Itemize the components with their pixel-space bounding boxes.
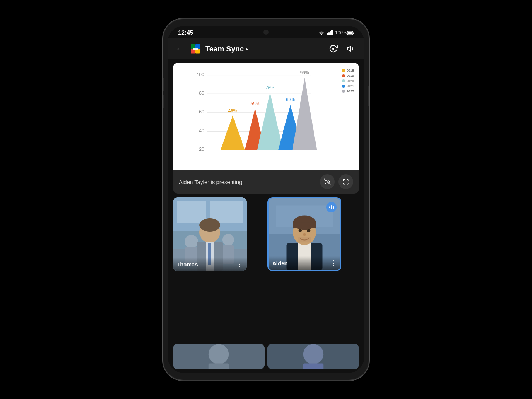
phone-frame: 12:45 [163,18,369,381]
bar-2018 [221,116,245,150]
bar-2020 [257,93,283,150]
svg-rect-6 [353,32,354,34]
participant-name-aiden: Aiden [272,260,288,266]
svg-rect-2 [330,31,331,35]
participant-name-thomas: Thomas [177,261,198,267]
svg-rect-3 [331,30,332,35]
speaking-indicator [326,202,337,212]
bar-chart-svg: 100 80 60 40 20 [178,69,354,166]
volume-up-button[interactable] [163,78,164,91]
presenting-actions [320,174,353,189]
svg-text:40: 40 [199,128,204,133]
svg-point-13 [332,48,334,50]
bottom-tiles-partial [173,344,359,369]
svg-point-38 [222,234,234,246]
svg-point-41 [200,218,220,232]
fullscreen-button[interactable] [338,174,353,189]
speaking-bar-1 [329,206,330,208]
volume-down-button[interactable] [163,95,164,108]
speaking-bar-2 [331,205,332,209]
content-area: 2018 2019 2020 [168,59,364,373]
cursor-off-button[interactable] [320,174,335,189]
bar-2022 [293,78,317,150]
legend-2020: 2020 [342,79,354,83]
battery-indicator: 100% [335,30,354,35]
svg-rect-56 [298,237,311,243]
svg-text:100: 100 [197,72,204,77]
presenting-text: Aiden Tayler is presenting [179,179,242,185]
svg-point-36 [185,235,198,248]
speaking-bar-3 [333,206,334,209]
participant-tile-thomas: Thomas ⋮ [173,197,247,271]
nav-actions [327,42,358,55]
meeting-title: Team Sync [205,45,244,53]
legend-dot-2019 [342,74,345,77]
top-nav-bar: ← Team Sync ▸ [168,38,364,59]
back-button[interactable]: ← [174,42,185,55]
legend-2019: 2019 [342,74,354,78]
legend-dot-2018 [342,69,345,72]
svg-text:60%: 60% [286,97,295,102]
svg-text:46%: 46% [228,108,237,113]
svg-text:55%: 55% [250,101,259,106]
meet-logo [189,42,202,55]
legend-2022: 2022 [342,89,354,93]
svg-text:96%: 96% [300,70,309,75]
svg-rect-5 [348,32,352,34]
svg-point-61 [303,344,324,365]
svg-text:76%: 76% [266,85,274,91]
svg-point-58 [209,344,229,365]
svg-point-53 [299,229,302,232]
partial-tile-left [173,344,265,369]
legend-2021: 2021 [342,84,354,88]
svg-rect-59 [209,364,229,369]
legend-2018: 2018 [342,69,354,72]
presentation-card: 2018 2019 2020 [173,63,359,194]
legend-dot-2020 [342,79,345,82]
refresh-camera-button[interactable] [327,42,340,55]
svg-point-54 [307,229,311,232]
svg-rect-52 [293,223,316,228]
status-time: 12:45 [178,30,193,36]
wifi-icon [318,30,325,36]
status-icons: 100% [318,30,354,36]
title-chevron-icon[interactable]: ▸ [246,46,248,52]
partial-tile-right [267,344,359,369]
svg-rect-62 [303,364,324,369]
meeting-title-wrap: Team Sync ▸ [205,45,323,53]
presenting-bar: Aiden Tayler is presenting [173,170,359,194]
participant-tile-aiden: Aiden ⋮ [267,197,341,271]
camera-notch [263,30,269,35]
svg-marker-14 [347,46,351,51]
svg-point-55 [303,233,306,236]
phone-screen: 12:45 [168,26,364,373]
phone-device: 12:45 [163,18,369,381]
speaking-bars [329,205,334,209]
participants-grid: Thomas ⋮ [173,197,359,341]
svg-rect-1 [328,32,330,35]
signal-icon [327,30,333,36]
aiden-menu-button[interactable]: ⋮ [330,259,337,267]
svg-text:20: 20 [199,147,204,152]
volume-button[interactable] [344,42,358,55]
thomas-menu-button[interactable]: ⋮ [236,260,243,268]
svg-text:60: 60 [199,109,204,115]
battery-text: 100% [335,30,347,35]
svg-rect-0 [327,33,328,35]
svg-text:80: 80 [199,91,204,96]
power-button[interactable] [368,86,369,106]
legend-dot-2022 [342,90,345,93]
tile-bottom-aiden: Aiden ⋮ [269,256,340,270]
chart-area: 2018 2019 2020 [173,63,359,170]
svg-rect-33 [177,201,206,223]
legend-dot-2021 [342,85,345,88]
tile-bottom-thomas: Thomas ⋮ [173,257,247,271]
chart-legend: 2018 2019 2020 [342,69,354,93]
